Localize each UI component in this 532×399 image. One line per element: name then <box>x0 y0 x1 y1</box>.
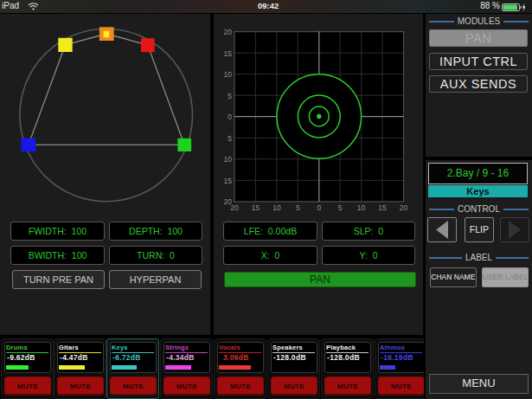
svg-text:10: 10 <box>224 155 233 164</box>
svg-text:15: 15 <box>378 203 387 212</box>
svg-text:20: 20 <box>230 203 239 212</box>
svg-text:5: 5 <box>338 203 343 212</box>
svg-text:20: 20 <box>400 203 408 212</box>
svg-text:10: 10 <box>272 203 281 212</box>
svg-text:0: 0 <box>317 203 321 212</box>
svg-text:0: 0 <box>228 113 232 121</box>
svg-text:10: 10 <box>224 70 233 79</box>
svg-text:5: 5 <box>228 134 232 143</box>
svg-text:20: 20 <box>224 28 233 36</box>
svg-text:5: 5 <box>228 92 232 100</box>
svg-text:15: 15 <box>224 49 233 58</box>
svg-text:15: 15 <box>252 203 260 212</box>
svg-text:5: 5 <box>296 203 300 212</box>
svg-text:15: 15 <box>224 177 233 185</box>
svg-text:10: 10 <box>357 203 366 212</box>
